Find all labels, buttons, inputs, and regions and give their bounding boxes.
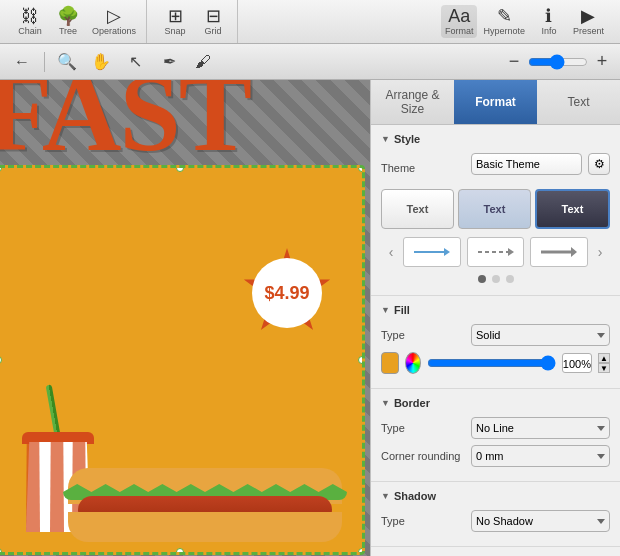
fill-color-swatch[interactable] [381,352,399,374]
theme-dropdown[interactable]: Basic Theme [471,153,582,175]
info-label: Info [541,26,556,36]
shadow-type-select[interactable]: No Shadow [471,510,610,532]
style-section-title: Style [394,133,420,145]
main-area: FAST $4.99 [0,80,620,556]
top-toolbar: ⛓ Chain 🌳 Tree ▷ Operations ⊞ Snap ⊟ Gri… [0,0,620,44]
grid-icon: ⊟ [206,7,221,25]
snap-label: Snap [165,26,186,36]
zoom-out-button[interactable]: − [504,49,524,75]
snap-button[interactable]: ⊞ Snap [157,5,193,38]
corner-rounding-select[interactable]: 0 mm [471,445,610,467]
shadow-section-title: Shadow [394,490,436,502]
info-button[interactable]: ℹ Info [531,5,567,38]
fill-section-header[interactable]: ▼ Fill [381,304,610,316]
hand-button[interactable]: ✋ [87,49,115,75]
search-button[interactable]: 🔍 [53,49,81,75]
format-icon: Aa [448,7,470,25]
text-style-medium-button[interactable]: Text [458,189,531,229]
snap-icon: ⊞ [168,7,183,25]
dot-2[interactable] [492,275,500,283]
arrow-item-1[interactable] [403,237,461,267]
handle-tm [176,165,184,172]
handle-tl [0,165,2,172]
text-style-light-button[interactable]: Text [381,189,454,229]
format-label: Format [445,26,474,36]
tab-text[interactable]: Text [537,80,620,124]
theme-gear-button[interactable]: ⚙ [588,153,610,175]
tab-format[interactable]: Format [454,80,537,124]
border-section-title: Border [394,397,430,409]
fill-color-row: 100% ▲ ▼ [381,352,610,374]
handle-mr [358,356,365,364]
zoom-control: − + [504,49,612,75]
style-section-header[interactable]: ▼ Style [381,133,610,145]
tree-icon: 🌳 [57,7,79,25]
hypernote-icon: ✎ [497,7,512,25]
theme-control: Basic Theme ⚙ [471,153,610,183]
style-section: ▼ Style Theme Basic Theme ⚙ T [371,125,620,296]
border-type-select[interactable]: No Line [471,417,610,439]
handle-bl [0,548,2,555]
present-label: Present [573,26,604,36]
cursor-button[interactable]: ↖ [121,49,149,75]
separator-1 [44,52,45,72]
arrow-item-3[interactable] [530,237,588,267]
opacity-up-button[interactable]: ▲ [598,353,610,363]
dot-1[interactable] [478,275,486,283]
shadow-type-control: No Shadow [471,510,610,532]
hotdog [68,462,342,542]
back-button[interactable]: ← [8,49,36,75]
corner-rounding-label: Corner rounding [381,450,471,462]
fill-color-controls: 100% ▲ ▼ [381,352,610,374]
shadow-section-header[interactable]: ▼ Shadow [381,490,610,502]
panel-tabs: Arrange & Size Format Text [371,80,620,125]
grid-button[interactable]: ⊟ Grid [195,5,231,38]
prev-arrow-button[interactable]: ‹ [381,237,401,267]
corner-rounding-control: 0 mm [471,445,610,467]
present-icon: ▶ [581,7,595,25]
tree-button[interactable]: 🌳 Tree [50,5,86,38]
opacity-spinner[interactable]: ▲ ▼ [598,353,610,373]
cup-stripe-1 [26,442,40,532]
opacity-down-button[interactable]: ▼ [598,363,610,373]
cup-stripe-2 [50,442,64,532]
border-section: ▼ Border Type No Line Corner rounding 0 … [371,389,620,482]
chain-tree-group: ⛓ Chain 🌳 Tree ▷ Operations [6,0,147,43]
food-box[interactable]: $4.99 [0,165,365,555]
theme-label: Theme [381,162,471,174]
present-button[interactable]: ▶ Present [569,5,608,38]
theme-row: Theme Basic Theme ⚙ [381,153,610,183]
poster: FAST $4.99 [0,80,370,556]
fill-type-control: Solid [471,324,610,346]
hypernote-button[interactable]: ✎ Hypernote [479,5,529,38]
chain-label: Chain [18,26,42,36]
border-type-row: Type No Line [381,417,610,439]
burst-circle: $4.99 [252,258,322,328]
hypernote-label: Hypernote [483,26,525,36]
fill-opacity-slider[interactable] [427,355,556,371]
canvas-area[interactable]: FAST $4.99 [0,80,370,556]
grid-label: Grid [205,26,222,36]
dot-3[interactable] [506,275,514,283]
fill-type-select[interactable]: Solid [471,324,610,346]
info-icon: ℹ [545,7,552,25]
text-style-light-label: Text [407,203,429,215]
shadow-collapse-icon: ▼ [381,491,390,501]
style-collapse-icon: ▼ [381,134,390,144]
pen-button[interactable]: ✒ [155,49,183,75]
operations-label: Operations [92,26,136,36]
fill-color-wheel-button[interactable] [405,352,421,374]
next-arrow-button[interactable]: › [590,237,610,267]
zoom-slider[interactable] [528,54,588,70]
format-button[interactable]: Aa Format [441,5,478,38]
brush-button[interactable]: 🖌 [189,49,217,75]
arrow-item-2[interactable] [467,237,525,267]
tab-arrange-size[interactable]: Arrange & Size [371,80,454,124]
right-tools-group: Aa Format ✎ Hypernote ℹ Info ▶ Present [435,0,614,43]
chain-button[interactable]: ⛓ Chain [12,5,48,38]
price-burst: $4.99 [242,248,332,338]
text-style-dark-button[interactable]: Text [535,189,610,229]
zoom-in-button[interactable]: + [592,49,612,75]
border-section-header[interactable]: ▼ Border [381,397,610,409]
operations-button[interactable]: ▷ Operations [88,5,140,38]
